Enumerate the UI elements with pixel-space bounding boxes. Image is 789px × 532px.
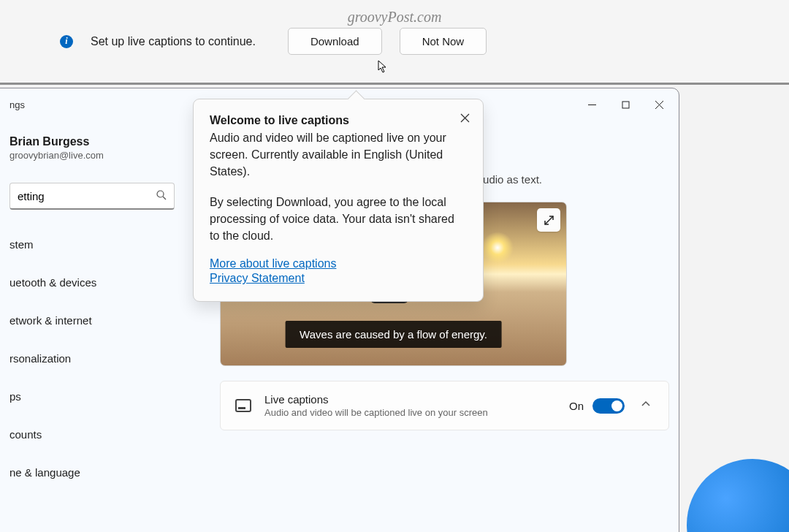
setup-banner: groovyPost.com i Set up live captions to… xyxy=(0,0,789,85)
popover-title: Welcome to live captions xyxy=(210,114,467,127)
nav-personalization[interactable]: rsonalization xyxy=(9,343,175,373)
sun-graphic xyxy=(481,232,514,264)
privacy-link[interactable]: Privacy Statement xyxy=(210,272,467,285)
popover-p1: Audio and video will be captioned live o… xyxy=(210,129,467,180)
captions-icon xyxy=(235,399,251,412)
user-name: Brian Burgess xyxy=(9,135,175,148)
live-captions-toggle[interactable] xyxy=(592,398,625,414)
svg-point-4 xyxy=(157,191,164,197)
nav-accounts[interactable]: counts xyxy=(9,419,175,449)
svg-line-5 xyxy=(163,197,166,200)
minimize-button[interactable] xyxy=(575,91,609,118)
nav-time-language[interactable]: ne & language xyxy=(9,457,175,487)
more-about-link[interactable]: More about live captions xyxy=(210,257,467,270)
nav-bluetooth[interactable]: uetooth & devices xyxy=(9,267,175,297)
nav-list: stem uetooth & devices etwork & internet… xyxy=(9,229,175,495)
search-input[interactable] xyxy=(9,183,175,210)
nav-apps[interactable]: ps xyxy=(9,381,175,411)
search-icon xyxy=(156,190,167,202)
setting-title: Live captions xyxy=(264,393,556,406)
site-watermark: groovyPost.com xyxy=(348,9,442,26)
close-button[interactable] xyxy=(642,91,676,118)
svg-line-6 xyxy=(545,216,553,224)
toggle-label: On xyxy=(569,400,584,412)
user-block[interactable]: Brian Burgess groovybrian@live.com xyxy=(9,135,175,161)
mouse-cursor-icon xyxy=(378,60,389,77)
banner-message: Set up live captions to continue. xyxy=(91,35,256,48)
user-email: groovybrian@live.com xyxy=(9,150,175,161)
svg-rect-1 xyxy=(622,102,629,108)
expand-button[interactable] xyxy=(537,208,560,232)
decorative-blob xyxy=(687,459,789,532)
not-now-button[interactable]: Not Now xyxy=(400,28,487,55)
nav-system[interactable]: stem xyxy=(9,229,175,259)
expand-chevron-icon[interactable] xyxy=(638,399,654,412)
maximize-button[interactable] xyxy=(609,91,642,118)
search-field[interactable] xyxy=(18,190,156,202)
popover-p2: By selecting Download, you agree to the … xyxy=(210,194,467,245)
download-button[interactable]: Download xyxy=(288,28,382,55)
live-captions-card: Live captions Audio and video will be ca… xyxy=(220,381,669,430)
popover-close-button[interactable] xyxy=(457,110,473,126)
sidebar: Brian Burgess groovybrian@live.com stem … xyxy=(0,121,191,532)
nav-network[interactable]: etwork & internet xyxy=(9,305,175,335)
info-icon: i xyxy=(60,35,73,48)
sample-caption: Waves are caused by a flow of energy. xyxy=(285,321,502,348)
window-title: ngs xyxy=(9,99,25,110)
setting-desc: Audio and video will be captioned live o… xyxy=(264,407,556,418)
welcome-popover: Welcome to live captions Audio and video… xyxy=(193,99,484,302)
